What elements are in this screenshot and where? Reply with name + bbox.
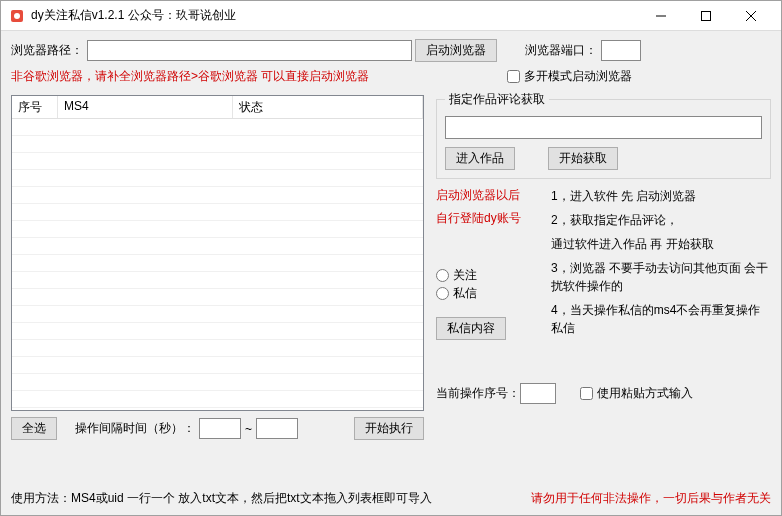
interval-label: 操作间隔时间（秒）： — [75, 420, 195, 437]
comment-url-input[interactable] — [445, 116, 762, 139]
table-row[interactable] — [12, 272, 423, 289]
browser-hint-text: 非谷歌浏览器，请补全浏览器路径>谷歌浏览器 可以直接启动浏览器 — [11, 68, 441, 85]
step-1: 1，进入软件 先 启动浏览器 — [551, 187, 771, 205]
paste-mode-input[interactable] — [580, 387, 593, 400]
browser-port-label: 浏览器端口： — [525, 42, 597, 59]
window-title: dy关注私信v1.2.1 公众号：玖哥说创业 — [31, 7, 638, 24]
radio-dm[interactable]: 私信 — [436, 285, 477, 302]
step-4: 4，当天操作私信的ms4不会再重复操作私信 — [551, 301, 771, 337]
step-3: 3，浏览器 不要手动去访问其他页面 会干扰软件操作的 — [551, 259, 771, 295]
paste-mode-checkbox[interactable]: 使用粘贴方式输入 — [580, 385, 693, 402]
table-row[interactable] — [12, 187, 423, 204]
table-row[interactable] — [12, 340, 423, 357]
table-row[interactable] — [12, 357, 423, 374]
start-browser-button[interactable]: 启动浏览器 — [415, 39, 497, 62]
table-row[interactable] — [12, 119, 423, 136]
dm-content-button[interactable]: 私信内容 — [436, 317, 506, 340]
table-row[interactable] — [12, 323, 423, 340]
app-icon — [9, 8, 25, 24]
data-table[interactable]: 序号 MS4 状态 — [11, 95, 424, 411]
table-row[interactable] — [12, 374, 423, 391]
select-all-button[interactable]: 全选 — [11, 417, 57, 440]
col-status: 状态 — [233, 96, 423, 118]
start-exec-button[interactable]: 开始执行 — [354, 417, 424, 440]
app-window: dy关注私信v1.2.1 公众号：玖哥说创业 浏览器路径： 启动浏览器 浏览器端… — [0, 0, 782, 516]
table-row[interactable] — [12, 153, 423, 170]
multi-open-label: 多开模式启动浏览器 — [524, 68, 632, 85]
comment-fieldset: 指定作品评论获取 进入作品 开始获取 — [436, 91, 771, 179]
step-2: 2，获取指定作品评论， — [551, 211, 771, 229]
table-row[interactable] — [12, 391, 423, 408]
warning-text: 请勿用于任何非法操作，一切后果与作者无关 — [531, 490, 771, 507]
col-index: 序号 — [12, 96, 58, 118]
col-ms4: MS4 — [58, 96, 233, 118]
table-row[interactable] — [12, 238, 423, 255]
start-fetch-button[interactable]: 开始获取 — [548, 147, 618, 170]
svg-point-1 — [14, 13, 20, 19]
browser-port-input[interactable] — [601, 40, 641, 61]
interval-dash: ~ — [245, 422, 252, 436]
usage-text: 使用方法：MS4或uid 一行一个 放入txt文本，然后把txt文本拖入列表框即… — [11, 490, 432, 507]
maximize-button[interactable] — [683, 1, 728, 30]
step-2b: 通过软件进入作品 再 开始获取 — [551, 235, 771, 253]
table-row[interactable] — [12, 170, 423, 187]
login-note1: 启动浏览器以后 — [436, 187, 541, 204]
minimize-button[interactable] — [638, 1, 683, 30]
browser-path-label: 浏览器路径： — [11, 42, 83, 59]
close-button[interactable] — [728, 1, 773, 30]
table-row[interactable] — [12, 136, 423, 153]
enter-work-button[interactable]: 进入作品 — [445, 147, 515, 170]
multi-open-checkbox[interactable]: 多开模式启动浏览器 — [507, 68, 632, 85]
comment-legend: 指定作品评论获取 — [445, 91, 549, 108]
current-index-label: 当前操作序号： — [436, 385, 520, 402]
browser-path-input[interactable] — [87, 40, 412, 61]
table-header: 序号 MS4 状态 — [12, 96, 423, 119]
table-row[interactable] — [12, 289, 423, 306]
table-body[interactable] — [12, 119, 423, 411]
radio-follow[interactable]: 关注 — [436, 267, 477, 284]
table-row[interactable] — [12, 221, 423, 238]
current-index-input[interactable] — [520, 383, 556, 404]
table-row[interactable] — [12, 306, 423, 323]
interval-min-input[interactable] — [199, 418, 241, 439]
svg-rect-3 — [701, 11, 710, 20]
table-row[interactable] — [12, 204, 423, 221]
titlebar: dy关注私信v1.2.1 公众号：玖哥说创业 — [1, 1, 781, 31]
login-note2: 自行登陆dy账号 — [436, 210, 541, 227]
interval-max-input[interactable] — [256, 418, 298, 439]
table-row[interactable] — [12, 255, 423, 272]
multi-open-input[interactable] — [507, 70, 520, 83]
